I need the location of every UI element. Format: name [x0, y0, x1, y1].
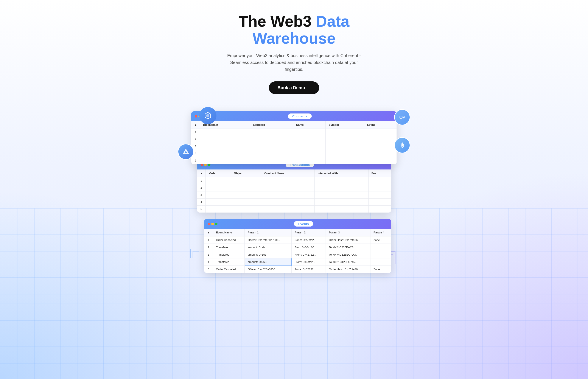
table-row: 1	[191, 129, 397, 136]
param2-cell: From: 0×42732...	[292, 251, 326, 258]
param4-cell	[370, 244, 391, 251]
param1-cell: Offerer: 0×4523a6856..	[244, 266, 291, 273]
contracts-col-name: Name	[293, 121, 325, 129]
event-name-cell: Transfered	[213, 258, 244, 266]
contracts-title-area: Contracts	[206, 113, 393, 119]
param3-cell: To: 0×21C125EC745...	[326, 258, 370, 266]
contracts-window: Contracts ▲ Blockchain Standard Name Sym…	[191, 111, 397, 164]
events-title-area: Events	[219, 221, 388, 226]
events-window: Events ▲ Event Name Param 1 Param 2 Para…	[204, 219, 391, 273]
table-row: 1Order CanceledOfferer: 0xc7cfe2de7836..…	[204, 237, 391, 244]
contracts-titlebar: Contracts	[191, 111, 397, 121]
hero-section: The Web3 Data Warehouse Empower your Web…	[197, 0, 391, 107]
windows-container: OP	[180, 111, 408, 273]
arbitrum-icon	[178, 144, 194, 160]
tx-col-object: Object	[231, 170, 261, 177]
table-row: 1	[197, 177, 391, 184]
events-title-pill: Events	[294, 221, 313, 226]
transactions-header-row: ▲ Verb Object Contract Name Interacted W…	[197, 170, 391, 177]
coherent-icon	[199, 107, 216, 124]
dot-yellow-ev	[211, 223, 214, 225]
events-header-row: ▲ Event Name Param 1 Param 2 Param 3 Par…	[204, 229, 391, 237]
row-number: 1	[204, 237, 213, 244]
hero-subtitle: Empower your Web3 analytics & business i…	[225, 52, 363, 73]
row-number: 5	[204, 266, 213, 273]
table-row: 3Transferedamount: 0×153From: 0×42732...…	[204, 251, 391, 258]
param2-cell: Zone: 0×52632...	[292, 266, 326, 273]
param3-cell: Order Hash: 0xc7cfe36..	[326, 237, 370, 244]
param3-cell: To: 0×74C125EC7DG...	[326, 251, 370, 258]
ev-col-param3: Param 3	[326, 229, 370, 237]
row-number: 4	[204, 258, 213, 266]
transactions-table: ▲ Verb Object Contract Name Interacted W…	[197, 170, 391, 213]
tx-col-verb: Verb	[206, 170, 231, 177]
table-row: 5Order CanceledOfferer: 0×4523a6856..Zon…	[204, 266, 391, 273]
tx-col-num: ▲	[197, 170, 206, 177]
table-row: 5	[197, 206, 391, 213]
page-wrapper: The Web3 Data Warehouse Empower your Web…	[0, 0, 588, 379]
hero-title-part1: The Web3	[239, 13, 316, 30]
table-row: 5	[191, 157, 397, 164]
param2-cell: Zone: 0xc7cfe2..	[292, 237, 326, 244]
tx-col-fee: Fee	[368, 170, 391, 177]
param1-cell: Offerer: 0xc7cfe2de7836..	[244, 237, 291, 244]
table-row: 3	[197, 191, 391, 199]
param4-cell: Zone...	[370, 266, 391, 273]
contracts-title-pill: Contracts	[288, 113, 312, 119]
contracts-col-standard: Standard	[250, 121, 293, 129]
table-row: 2	[197, 184, 391, 191]
param4-cell: Zone...	[370, 237, 391, 244]
event-name-cell: Order Canceled	[213, 237, 244, 244]
event-name-cell: Transfered	[213, 244, 244, 251]
param4-cell	[370, 258, 391, 266]
tx-col-contract-name: Contract Name	[261, 170, 315, 177]
op-icon: OP	[394, 109, 410, 125]
contracts-header-row: ▲ Blockchain Standard Name Symbol Event	[191, 121, 397, 129]
transactions-window: Transactions ▲ Verb Object Contract Name…	[197, 160, 391, 213]
tx-col-interacted: Interacted With	[315, 170, 368, 177]
table-row: 4	[197, 199, 391, 206]
contracts-col-num: ▲	[191, 121, 200, 129]
ev-col-num: ▲	[204, 229, 213, 237]
contracts-table: ▲ Blockchain Standard Name Symbol Event …	[191, 121, 397, 164]
dot-red-ev	[208, 223, 210, 225]
hero-title: The Web3 Data Warehouse	[197, 13, 391, 47]
dot-red	[195, 115, 197, 118]
table-row: 4	[191, 150, 397, 157]
param3-cell: Order Hash: 0xc7cfe36..	[326, 266, 370, 273]
table-row: 4Transferedamount: 0×263From: 0×3cfe2...…	[204, 258, 391, 266]
row-number: 2	[204, 244, 213, 251]
ev-col-param2: Param 2	[292, 229, 326, 237]
param1-cell: amount: 0xabc	[244, 244, 291, 251]
table-row: 2	[191, 136, 397, 143]
events-table: ▲ Event Name Param 1 Param 2 Param 3 Par…	[204, 229, 391, 273]
table-row: 3	[191, 143, 397, 150]
events-window-dots	[208, 223, 218, 225]
ev-col-event-name: Event Name	[213, 229, 244, 237]
events-titlebar: Events	[204, 219, 391, 229]
ev-col-param4: Param 4	[370, 229, 391, 237]
param2-cell: From: 0×3cfe2...	[292, 258, 326, 266]
ethereum-icon	[394, 137, 410, 153]
param1-cell: amount: 0×263	[244, 258, 291, 266]
param3-cell: To: 0x24C236EAC3....	[326, 244, 370, 251]
param1-cell: amount: 0×153	[244, 251, 291, 258]
row-number: 3	[204, 251, 213, 258]
event-name-cell: Order Canceled	[213, 266, 244, 273]
param4-cell	[370, 251, 391, 258]
contracts-col-event: Event	[364, 121, 397, 129]
event-name-cell: Transfered	[213, 251, 244, 258]
dashboard-area: OP	[175, 107, 413, 286]
param2-cell: From:0x004c00...	[292, 244, 326, 251]
deco-lines-left	[186, 247, 204, 260]
book-demo-button[interactable]: Book a Demo →	[269, 81, 319, 94]
table-row: 2Transferedamount: 0xabcFrom:0x004c00...…	[204, 244, 391, 251]
ev-col-param1: Param 1	[244, 229, 291, 237]
dot-green-ev	[215, 223, 218, 225]
contracts-col-symbol: Symbol	[326, 121, 364, 129]
